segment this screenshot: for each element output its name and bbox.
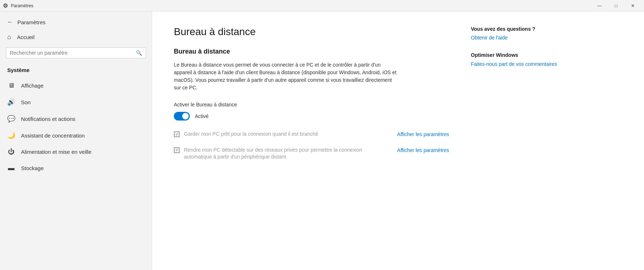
sidebar-item-label-affichage: Affichage	[21, 83, 43, 89]
storage-icon: ▬	[7, 164, 15, 172]
back-arrow-icon: ←	[7, 19, 13, 25]
content-sidebar: Vous avez des questions ? Obtenir de l'a…	[471, 26, 572, 256]
checkbox-1-link[interactable]: Afficher les paramètres	[397, 131, 449, 137]
checkbox-2-link[interactable]: Afficher les paramètres	[397, 147, 449, 153]
checkbox-row-1: Garder mon PC prêt pour la connexion qua…	[174, 131, 449, 138]
optimize-title: Optimiser Windows	[471, 52, 572, 58]
help-title: Vous avez des questions ?	[471, 26, 572, 32]
sidebar-item-affichage[interactable]: 🖥 Affichage	[0, 77, 152, 94]
checkbox-1-text: Garder mon PC prêt pour la connexion qua…	[184, 131, 318, 138]
section-title: Bureau à distance	[174, 48, 449, 55]
sidebar-item-label-son: Son	[21, 99, 31, 105]
checkbox-row-2: Rendre mon PC détectable sur des réseaux…	[174, 147, 449, 161]
toggle-state-label: Activé	[195, 113, 209, 119]
display-icon: 🖥	[7, 82, 15, 89]
optimize-link[interactable]: Faites-nous part de vos commentaires	[471, 61, 557, 67]
search-input[interactable]	[10, 50, 136, 56]
checkbox-1[interactable]	[174, 131, 180, 137]
sidebar-item-concentration[interactable]: 🌙 Assistant de concentration	[0, 127, 152, 144]
sidebar-item-notifications[interactable]: 💬 Notifications et actions	[0, 110, 152, 127]
sidebar-item-son[interactable]: 🔊 Son	[0, 94, 152, 110]
power-icon: ⏻	[7, 148, 15, 156]
titlebar-controls: — □ ✕	[591, 0, 641, 12]
close-button[interactable]: ✕	[624, 0, 641, 12]
app-container: ← Paramètres ⌂ Accueil 🔍 Système 🖥 Affic…	[0, 12, 644, 270]
sidebar-back-label: Paramètres	[17, 19, 46, 25]
sound-icon: 🔊	[7, 98, 15, 106]
toggle-row: Activé	[174, 112, 449, 121]
help-section: Vous avez des questions ? Obtenir de l'a…	[471, 26, 572, 41]
toggle-setting-label: Activer le Bureau à distance	[174, 102, 449, 107]
content-area: Bureau à distance Bureau à distance Le B…	[152, 12, 644, 270]
remote-desktop-toggle[interactable]	[174, 112, 190, 121]
sidebar-item-stockage[interactable]: ▬ Stockage	[0, 160, 152, 176]
optimize-section: Optimiser Windows Faites-nous part de vo…	[471, 52, 572, 68]
home-icon: ⌂	[7, 33, 11, 41]
titlebar: ⚙ Paramètres — □ ✕	[0, 0, 644, 12]
sidebar-item-label-stockage: Stockage	[21, 165, 44, 171]
checkbox-2-text: Rendre mon PC détectable sur des réseaux…	[184, 147, 390, 161]
checkbox-content-1: Garder mon PC prêt pour la connexion qua…	[174, 131, 390, 138]
checkbox-content-2: Rendre mon PC détectable sur des réseaux…	[174, 147, 390, 161]
sidebar-item-label-alimentation: Alimentation et mise en veille	[21, 149, 91, 155]
sidebar-section-title: Système	[0, 64, 152, 77]
concentration-icon: 🌙	[7, 131, 15, 139]
checkbox-2[interactable]	[174, 147, 180, 153]
search-icon: 🔍	[136, 50, 142, 56]
sidebar-item-label-notifications: Notifications et actions	[21, 116, 75, 122]
description-text: Le Bureau à distance vous permet de vous…	[174, 61, 398, 92]
maximize-button[interactable]: □	[608, 0, 624, 12]
notifications-icon: 💬	[7, 115, 15, 123]
sidebar: ← Paramètres ⌂ Accueil 🔍 Système 🖥 Affic…	[0, 12, 152, 270]
sidebar-item-alimentation[interactable]: ⏻ Alimentation et mise en veille	[0, 144, 152, 160]
page-title: Bureau à distance	[174, 26, 449, 38]
help-link[interactable]: Obtenir de l'aide	[471, 35, 572, 41]
sidebar-home-label: Accueil	[17, 34, 34, 40]
content-main: Bureau à distance Bureau à distance Le B…	[174, 26, 449, 256]
sidebar-search-box[interactable]: 🔍	[6, 47, 146, 58]
titlebar-icon: ⚙	[3, 2, 8, 9]
sidebar-back-button[interactable]: ← Paramètres	[0, 16, 152, 30]
minimize-button[interactable]: —	[591, 0, 608, 12]
sidebar-item-label-concentration: Assistant de concentration	[21, 132, 85, 139]
titlebar-title: Paramètres	[11, 3, 33, 8]
titlebar-left: ⚙ Paramètres	[3, 2, 33, 9]
sidebar-home-item[interactable]: ⌂ Accueil	[0, 30, 152, 45]
